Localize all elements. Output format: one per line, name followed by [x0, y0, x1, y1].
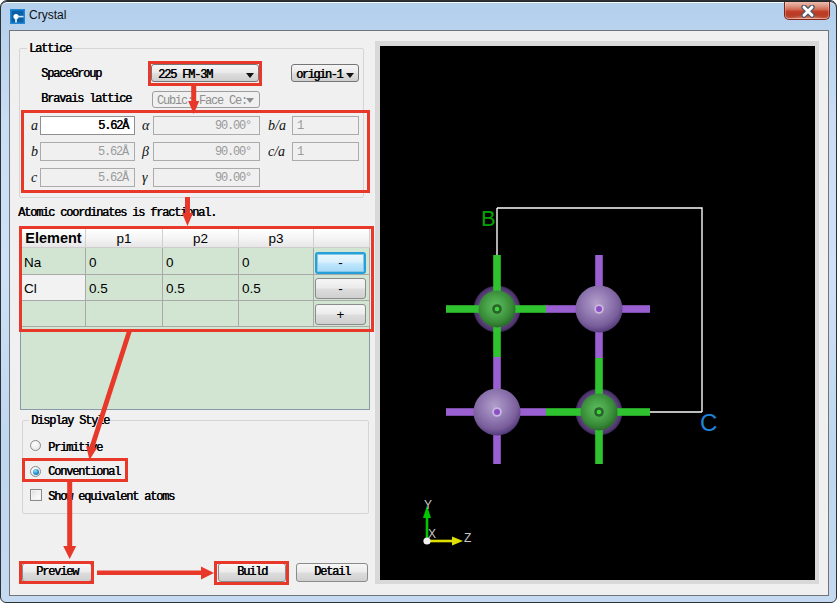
svg-text:X: X	[428, 527, 436, 541]
svg-text:Y: Y	[424, 498, 432, 512]
svg-text:Z: Z	[464, 531, 471, 545]
svg-text:B: B	[481, 206, 496, 231]
svg-text:C: C	[700, 409, 717, 436]
